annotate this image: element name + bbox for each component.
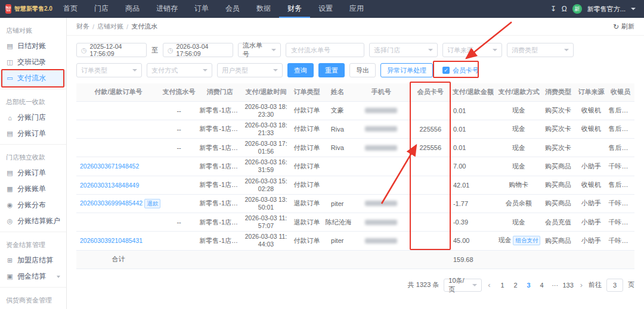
commission-icon: ▣ [6, 273, 14, 280]
nav-item-3[interactable]: 进销存 [148, 0, 186, 18]
sidebar-group-0: 店铺对账▤日结对账◫交班记录▭支付流水 [0, 18, 66, 89]
download-icon[interactable]: ↧ [550, 5, 556, 13]
pay-method-text: 现金 [512, 107, 525, 114]
cell-member-card [411, 232, 450, 250]
pay-method-select[interactable]: 支付方式 [147, 63, 212, 77]
nav-item-7[interactable]: 财务 [279, 0, 310, 18]
cell-name [324, 157, 351, 176]
next-page-icon[interactable]: › [579, 280, 584, 289]
summary-cell [197, 250, 242, 269]
column-header-1: 支付流水号 [160, 83, 197, 101]
sidebar-item-0-1[interactable]: ◫交班记录 [0, 54, 66, 70]
order-link[interactable]: 20260303671948452 [80, 163, 139, 170]
user-name[interactable]: 新零售官方... [587, 5, 626, 14]
date-to-input[interactable]: ◷ 2026-03-04 17:56:09 [163, 43, 233, 57]
sidebar-item-1-1[interactable]: ▤分账订单 [0, 126, 66, 142]
page-size-select[interactable]: 10条/页 [444, 279, 482, 292]
pagination: 共 1323 条 10条/页 ‹ 1234···133 › 前往 页 [76, 279, 634, 292]
nav-item-1[interactable]: 门店 [86, 0, 117, 18]
nav-item-5[interactable]: 会员 [217, 0, 248, 18]
date-range-separator: 至 [151, 46, 158, 55]
cell-order-number [76, 101, 160, 120]
export-button[interactable]: 导出 [349, 63, 376, 77]
sidebar-item-2-3[interactable]: ◎分账结算账户 [0, 213, 66, 229]
cell-order-type: 付款订单 [290, 120, 323, 138]
cell-amount: 0.01 [450, 139, 497, 157]
cell-pay-method: 现金 [496, 139, 540, 157]
user-type-select[interactable]: 用户类型 [217, 63, 283, 77]
cell-amount: 0.01 [450, 101, 497, 120]
nav-item-9[interactable]: 应用 [341, 0, 372, 18]
order-link[interactable]: 202603036999485442 [80, 199, 143, 207]
sidebar-item-3-1[interactable]: ▣佣金结算 [0, 269, 66, 285]
pay-method-placeholder: 支付方式 [151, 66, 178, 75]
order-link[interactable]: 20260303134848449 [80, 182, 139, 189]
sidebar-item-2-1[interactable]: ▦分账账单 [0, 181, 66, 197]
chevron-down-icon [472, 284, 477, 286]
phone-redacted [365, 238, 397, 244]
chevron-down-icon[interactable] [631, 8, 636, 10]
total-count: 共 1323 条 [408, 280, 439, 289]
bill-icon: ▦ [6, 185, 14, 193]
member-card-checkbox[interactable]: ✓ 会员卡号 [442, 66, 479, 75]
summary-cell [496, 250, 540, 269]
goto-page-input[interactable] [606, 279, 623, 292]
refresh-button[interactable]: ↻ 刷新 [613, 22, 634, 31]
nav-item-2[interactable]: 商品 [117, 0, 148, 18]
table-row: 202603036999485442退款新零售-1店（...2026-03-03… [76, 194, 634, 213]
summary-cell [575, 250, 606, 269]
page-number[interactable]: 4 [536, 279, 548, 292]
nav-item-6[interactable]: 数据 [248, 0, 279, 18]
order-source-select[interactable]: 订单来源 [442, 43, 502, 57]
flow-number-input[interactable] [286, 43, 364, 57]
sidebar-item-0-2[interactable]: ▭支付流水 [0, 70, 66, 86]
cell-name: Riva [324, 139, 351, 157]
search-button[interactable]: 查询 [287, 63, 314, 77]
cell-time: 2026-03-03 18:23:30 [242, 101, 290, 120]
sidebar-item-label: 交班记录 [17, 57, 46, 67]
order-type-select[interactable]: 订单类型 [76, 63, 142, 77]
sidebar-item-2-2[interactable]: ◉分账分布 [0, 197, 66, 213]
order-link[interactable]: 202603039210485431 [80, 237, 143, 244]
cell-order-source: 小助手 [575, 194, 606, 213]
breadcrumb-payment-flow: 支付流水 [131, 22, 157, 31]
date-to-value: 2026-03-04 17:56:09 [177, 43, 228, 57]
date-from-input[interactable]: ◷ 2025-12-04 17:56:09 [76, 43, 147, 57]
sidebar-item-0-0[interactable]: ▤日结对账 [0, 38, 66, 54]
abnormal-order-button[interactable]: 异常订单处理 [380, 63, 433, 77]
page-number[interactable]: 3 [523, 279, 535, 292]
flow-number-type-select[interactable]: 流水单号 [238, 43, 281, 57]
cell-time: 2026-03-03 17:01:56 [242, 139, 290, 157]
cell-phone [351, 139, 411, 157]
cell-order-source: 收银机 [575, 101, 606, 120]
sidebar-item-3-0[interactable]: ⊞加盟店结算 [0, 252, 66, 269]
page-number[interactable]: 133 [562, 279, 574, 292]
pay-method-text: 会员余额 [506, 199, 532, 207]
sidebar-group-title: 门店独立收款 [0, 149, 66, 165]
cell-time: 2026-03-03 16:31:59 [242, 157, 290, 176]
main-content: 财务 / 店铺对账 / 支付流水 ↻ 刷新 ◷ 2025-12-04 17:56… [67, 18, 644, 309]
nav-item-8[interactable]: 设置 [310, 0, 341, 18]
cell-consume-type: 购买商品 [541, 194, 575, 213]
breadcrumb-store-reconcile[interactable]: 店铺对账 [97, 22, 123, 31]
nav-item-0[interactable]: 首页 [55, 0, 86, 18]
sidebar-item-2-0[interactable]: ▤分账订单 [0, 165, 66, 181]
nav-item-4[interactable]: 订单 [186, 0, 217, 18]
cell-pay-method: 购物卡 [496, 176, 540, 194]
consume-type-select[interactable]: 消费类型 [507, 43, 574, 57]
page-number[interactable]: 1 [497, 279, 509, 292]
page-more-icon[interactable]: ··· [549, 279, 561, 292]
clock-icon: ◷ [81, 46, 87, 54]
prev-page-icon[interactable]: ‹ [487, 280, 491, 289]
goto-unit-label: 页 [628, 280, 634, 289]
account-icon: ◎ [6, 217, 14, 225]
reset-button[interactable]: 重置 [318, 63, 345, 77]
store-select[interactable]: 选择门店 [369, 43, 438, 57]
headset-icon[interactable]: Ω [562, 5, 567, 13]
chevron-down-icon [493, 49, 497, 51]
page-number[interactable]: 2 [510, 279, 522, 292]
sidebar-item-1-0[interactable]: ⌂分账门店 [0, 110, 66, 126]
breadcrumb-finance[interactable]: 财务 [76, 22, 89, 31]
phone-redacted [365, 220, 397, 225]
breadcrumb: 财务 / 店铺对账 / 支付流水 ↻ 刷新 [67, 18, 644, 36]
